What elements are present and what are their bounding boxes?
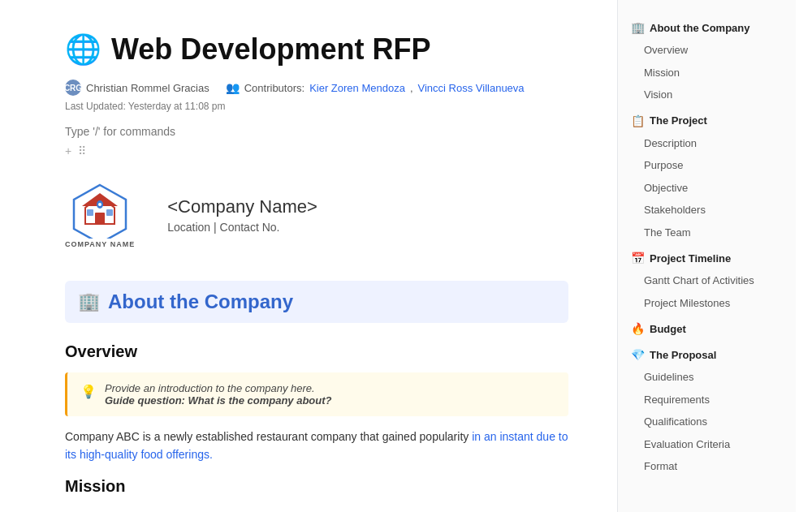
avatar: CRG xyxy=(65,80,81,96)
svg-rect-5 xyxy=(106,209,113,216)
company-details: Location | Contact No. xyxy=(167,221,317,234)
sidebar-item-vision[interactable]: Vision xyxy=(618,84,796,106)
svg-marker-0 xyxy=(74,185,126,239)
sidebar-section-timeline: 📅 Project Timeline Gantt Chart of Activi… xyxy=(618,247,796,314)
svg-rect-3 xyxy=(95,213,105,224)
company-logo-label: COMPANY NAME xyxy=(65,240,135,248)
sidebar-section-proposal: 💎 The Proposal Guidelines Requirements Q… xyxy=(618,343,796,478)
page-title-icon: 🌐 xyxy=(65,32,102,67)
company-name: <Company Name> xyxy=(167,196,317,217)
sidebar-project-icon: 📋 xyxy=(631,114,645,127)
sidebar-about-label: About the Company xyxy=(650,22,750,34)
sidebar-item-the-team[interactable]: The Team xyxy=(618,222,796,244)
sidebar-proposal-label: The Proposal xyxy=(650,349,716,361)
drag-handle[interactable]: ⠿ xyxy=(78,144,86,157)
section-heading: About the Company xyxy=(108,290,293,313)
sidebar-item-purpose[interactable]: Purpose xyxy=(618,154,796,177)
callout-icon: 💡 xyxy=(80,384,97,399)
sidebar-item-milestones[interactable]: Project Milestones xyxy=(618,292,796,315)
callout-text: Provide an introduction to the company h… xyxy=(105,382,332,407)
sidebar-item-requirements[interactable]: Requirements xyxy=(618,389,796,411)
sidebar-section-budget: 🔥 Budget xyxy=(618,317,796,340)
sidebar-item-description[interactable]: Description xyxy=(618,132,796,155)
page-title: Web Development RFP xyxy=(111,32,430,67)
sidebar-section-title-about[interactable]: 🏢 About the Company xyxy=(618,16,796,39)
author-info: CRG Christian Rommel Gracias xyxy=(65,80,209,96)
sidebar-item-objective[interactable]: Objective xyxy=(618,177,796,200)
highlight-text: in an instant due to its high-quality fo… xyxy=(65,430,568,461)
sidebar-budget-label: Budget xyxy=(650,323,686,335)
callout-line1: Provide an introduction to the company h… xyxy=(105,382,315,394)
overview-heading: Overview xyxy=(65,342,568,361)
callout-box: 💡 Provide an introduction to the company… xyxy=(65,372,568,416)
section-heading-band: 🏢 About the Company xyxy=(65,281,568,323)
svg-point-7 xyxy=(98,203,102,206)
sidebar-section-title-proposal[interactable]: 💎 The Proposal xyxy=(618,343,796,366)
page-title-row: 🌐 Web Development RFP xyxy=(65,32,568,67)
add-block-plus[interactable]: + xyxy=(65,144,71,157)
sidebar-section-project: 📋 The Project Description Purpose Object… xyxy=(618,110,796,244)
overview-body: Company ABC is a newly established resta… xyxy=(65,428,568,464)
company-logo-svg xyxy=(67,182,132,239)
author-name: Christian Rommel Gracias xyxy=(86,82,209,94)
sidebar-item-overview[interactable]: Overview xyxy=(618,39,796,62)
sidebar-section-about: 🏢 About the Company Overview Mission Vis… xyxy=(618,16,796,106)
sidebar-item-format[interactable]: Format xyxy=(618,455,796,478)
last-updated: Last Updated: Yesterday at 11:08 pm xyxy=(65,101,568,112)
sidebar-project-label: The Project xyxy=(650,114,707,127)
contributor-1[interactable]: Kier Zoren Mendoza xyxy=(309,82,405,94)
contributor-2[interactable]: Vincci Ross Villanueva xyxy=(418,82,525,94)
sidebar: 🏢 About the Company Overview Mission Vis… xyxy=(617,0,796,512)
command-input-row xyxy=(65,125,568,138)
sidebar-budget-icon: 🔥 xyxy=(631,322,645,335)
sidebar-item-gantt[interactable]: Gantt Chart of Activities xyxy=(618,269,796,292)
contributors-label: Contributors: xyxy=(244,82,304,94)
contributors-info: 👥 Contributors: Kier Zoren Mendoza, Vinc… xyxy=(226,81,525,94)
sidebar-item-qualifications[interactable]: Qualifications xyxy=(618,411,796,433)
sidebar-item-guidelines[interactable]: Guidelines xyxy=(618,366,796,389)
command-input[interactable] xyxy=(65,125,227,138)
company-logo: COMPANY NAME xyxy=(65,182,135,248)
contributors-icon: 👥 xyxy=(226,81,240,94)
company-info: <Company Name> Location | Contact No. xyxy=(167,196,317,234)
sidebar-item-stakeholders[interactable]: Stakeholders xyxy=(618,199,796,222)
sidebar-timeline-icon: 📅 xyxy=(631,252,645,265)
svg-rect-4 xyxy=(87,209,93,216)
sidebar-item-evaluation[interactable]: Evaluation Criteria xyxy=(618,433,796,456)
sidebar-item-mission[interactable]: Mission xyxy=(618,62,796,84)
section-icon: 🏢 xyxy=(78,291,100,312)
sidebar-proposal-icon: 💎 xyxy=(631,348,645,361)
meta-row: CRG Christian Rommel Gracias 👥 Contribut… xyxy=(65,80,568,96)
sidebar-section-title-project[interactable]: 📋 The Project xyxy=(618,110,796,132)
sidebar-timeline-label: Project Timeline xyxy=(650,252,731,265)
mission-heading: Mission xyxy=(65,477,568,496)
main-content: 🌐 Web Development RFP CRG Christian Romm… xyxy=(0,0,617,512)
sidebar-section-title-timeline[interactable]: 📅 Project Timeline xyxy=(618,247,796,269)
add-block-row: + ⠿ xyxy=(65,144,568,157)
callout-line2: Guide question: What is the company abou… xyxy=(105,394,332,407)
company-card: COMPANY NAME <Company Name> Location | C… xyxy=(65,174,568,256)
sidebar-about-icon: 🏢 xyxy=(631,21,645,34)
sidebar-section-title-budget[interactable]: 🔥 Budget xyxy=(618,317,796,340)
